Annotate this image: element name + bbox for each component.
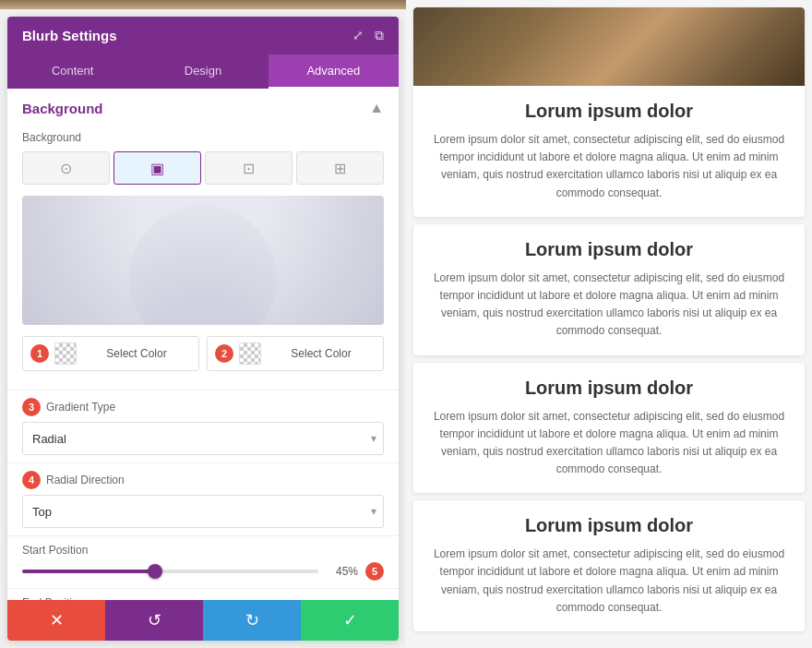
card-title-1: Lorum ipsum dolor (428, 239, 790, 260)
radial-direction-label: Radial Direction (46, 474, 125, 486)
start-position-value: 45% (326, 565, 358, 578)
badge-4: 4 (22, 471, 41, 489)
content-card-3: Lorum ipsum dolor Lorem ipsum dolor sit … (413, 500, 805, 631)
section-collapse-icon[interactable]: ▲ (369, 100, 384, 116)
redo-button[interactable]: ↻ (203, 600, 301, 641)
color-swatch-1 (54, 342, 77, 365)
card-title-2: Lorum ipsum dolor (428, 378, 790, 399)
card-body-2: Lorem ipsum dolor sit amet, consectetur … (428, 408, 790, 479)
radial-direction-select[interactable]: Top Center Bottom Left Right (22, 495, 384, 528)
card-body-1: Lorem ipsum dolor sit amet, consectetur … (428, 270, 790, 341)
gradient-preview (22, 196, 384, 325)
tab-content[interactable]: Content (7, 54, 137, 89)
section-title: Background (22, 101, 103, 116)
bg-type-buttons: ⊙ ▣ ⊡ ⊞ (22, 151, 384, 185)
content-card-1: Lorum ipsum dolor Lorem ipsum dolor sit … (413, 224, 805, 355)
background-section: Background ⊙ ▣ ⊡ ⊞ 1 Selec (7, 124, 399, 390)
radial-direction-select-wrapper: Top Center Bottom Left Right ▾ (22, 495, 384, 528)
start-position-thumb[interactable] (148, 564, 162, 579)
bg-type-image[interactable]: ⊡ (205, 151, 293, 185)
gradient-type-select-wrapper: Linear Radial Conic ▾ (22, 422, 384, 455)
color-swatch-2 (239, 342, 261, 365)
start-position-slider-container: 45% 5 (22, 562, 384, 581)
badge-1: 1 (30, 344, 49, 363)
color-stop-1[interactable]: 1 Select Color (22, 336, 199, 371)
content-card-2: Lorum ipsum dolor Lorem ipsum dolor sit … (413, 363, 805, 494)
top-image-card: Lorum ipsum dolor Lorem ipsum dolor sit … (413, 7, 805, 217)
card-body-3: Lorem ipsum dolor sit amet, consectetur … (428, 546, 790, 617)
badge-3: 3 (22, 398, 41, 416)
left-panel: Blurb Settings ⤢ ⧉ Content Design Advanc… (0, 0, 406, 648)
start-position-fill (22, 570, 155, 573)
panel-header-icons: ⤢ ⧉ (352, 28, 384, 43)
bg-type-gradient[interactable]: ▣ (113, 151, 201, 185)
panel-header: Blurb Settings ⤢ ⧉ (7, 17, 399, 54)
cancel-button[interactable]: ✕ (7, 600, 105, 641)
card-title-0: Lorum ipsum dolor (428, 101, 790, 122)
start-position-track (22, 570, 318, 573)
badge-2: 2 (215, 344, 233, 363)
color-stops-row: 1 Select Color 2 Select Color (22, 336, 384, 371)
card-body-0: Lorem ipsum dolor sit amet, consectetur … (428, 131, 790, 202)
right-panel: Lorum ipsum dolor Lorem ipsum dolor sit … (406, 0, 812, 648)
top-image-right (413, 7, 805, 86)
start-position-group: Start Position 45% 5 (7, 535, 399, 588)
panel-title: Blurb Settings (22, 28, 117, 43)
tab-design[interactable]: Design (137, 54, 268, 89)
expand-icon[interactable]: ⤢ (352, 28, 364, 43)
gradient-type-group: 3 Gradient Type Linear Radial Conic ▾ (7, 390, 399, 462)
tab-advanced[interactable]: Advanced (269, 54, 399, 89)
top-card-content: Lorum ipsum dolor Lorem ipsum dolor sit … (413, 86, 805, 217)
top-image-strip (0, 0, 406, 9)
panel-body: Background ▲ Background ⊙ ▣ ⊡ ⊞ (7, 89, 399, 600)
panel-container: Blurb Settings ⤢ ⧉ Content Design Advanc… (7, 17, 399, 641)
panel-tabs: Content Design Advanced (7, 54, 399, 89)
gradient-circle (129, 205, 277, 325)
radial-direction-group: 4 Radial Direction Top Center Bottom Lef… (7, 462, 399, 535)
card-title-3: Lorum ipsum dolor (428, 515, 790, 536)
badge-5: 5 (365, 562, 384, 581)
bg-type-video[interactable]: ⊞ (296, 151, 384, 185)
color-stop-2[interactable]: 2 Select Color (207, 336, 384, 371)
section-header: Background ▲ (7, 89, 399, 124)
color-label-2: Select Color (267, 347, 376, 360)
gradient-type-label: Gradient Type (46, 401, 115, 414)
end-position-group: End Position 45% 6 (7, 588, 399, 600)
close-icon[interactable]: ⧉ (375, 28, 384, 43)
undo-button[interactable]: ↺ (105, 600, 203, 641)
background-field-label: Background (22, 131, 384, 144)
save-button[interactable]: ✓ (301, 600, 399, 641)
start-position-label: Start Position (22, 544, 384, 557)
color-label-1: Select Color (82, 347, 191, 360)
gradient-type-select[interactable]: Linear Radial Conic (22, 422, 384, 455)
panel-footer: ✕ ↺ ↻ ✓ (7, 600, 399, 641)
bg-type-none[interactable]: ⊙ (22, 151, 110, 185)
